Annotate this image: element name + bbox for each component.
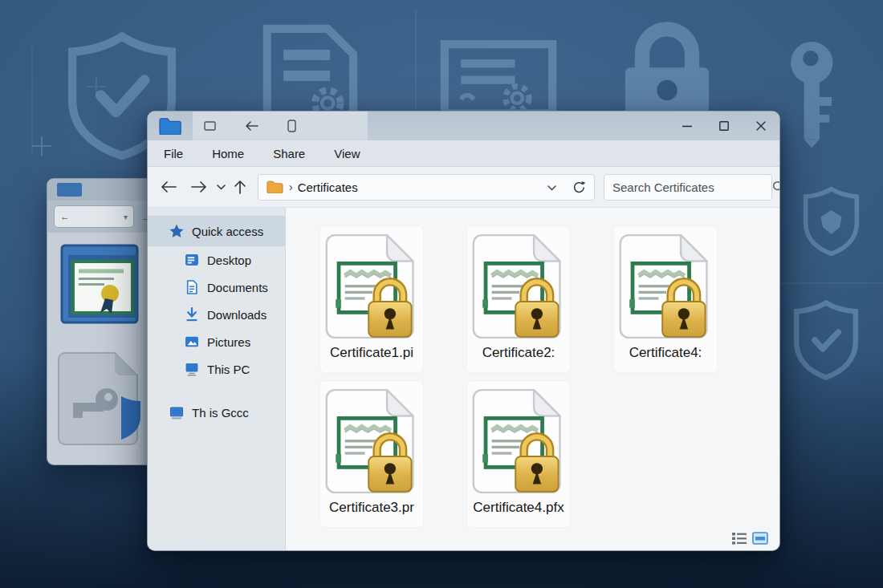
certificate-lock-file-icon — [323, 387, 421, 495]
thumbnail-view-icon[interactable] — [752, 532, 768, 545]
mock-window-titlebar — [47, 179, 153, 201]
search-input[interactable] — [612, 180, 772, 194]
download-icon — [185, 307, 199, 322]
address-bar[interactable]: › Certificates — [258, 174, 595, 201]
nav-back-icon[interactable] — [161, 180, 177, 193]
mock-key-document-icon — [54, 350, 144, 448]
sidebar-item-label: Quick access — [192, 225, 263, 238]
sidebar-item-label: Pictures — [207, 335, 250, 349]
shield-check-small-icon — [791, 298, 861, 382]
search-icon[interactable] — [772, 180, 780, 193]
certificate-lock-file-icon — [470, 233, 568, 340]
sidebar-item-label: Downloads — [207, 308, 267, 322]
file-label: Certificate3.pr — [329, 500, 414, 516]
key-icon — [783, 42, 845, 152]
desktop-icon — [185, 253, 199, 267]
sidebar-item-downloads[interactable]: Downloads — [148, 301, 285, 328]
file-label: Certificate2: — [482, 345, 555, 361]
menu-item-view[interactable]: View — [334, 147, 360, 160]
sidebar-item-th-is-gccc[interactable]: Th is Gccc — [148, 399, 285, 426]
back-arrow-icon[interactable] — [245, 120, 258, 132]
background-mock-window: ← ▾ → — [47, 178, 154, 465]
sidebar-item-pictures[interactable]: Pictures — [148, 328, 285, 355]
explorer-window: FileHomeShareView › Certificates — [147, 111, 780, 551]
certificate-card-icon — [440, 40, 557, 114]
window-controls — [669, 112, 779, 140]
file-certificate4[interactable]: Certificate4: — [613, 225, 718, 373]
sidebar-item-quick-access[interactable]: Quick access — [148, 216, 285, 246]
files-grid: Certificate1.pi — [319, 225, 769, 528]
menu-item-home[interactable]: Home — [212, 147, 244, 160]
restore-box-icon[interactable] — [204, 121, 216, 131]
background-grid-line — [415, 10, 417, 110]
menu-item-share[interactable]: Share — [273, 147, 305, 160]
file-certificate2[interactable]: Certificate2: — [466, 225, 571, 373]
navigation-toolbar: › Certificates — [148, 167, 779, 208]
view-toggles — [732, 532, 768, 545]
tab-pill-icon[interactable] — [287, 120, 296, 132]
folder-amber-icon — [267, 180, 283, 193]
breadcrumb-separator: › — [289, 180, 293, 193]
sidebar-item-label: Documents — [207, 281, 268, 294]
document-icon — [185, 280, 199, 294]
certificate-document-icon — [250, 24, 368, 117]
file-certificate4-pfx[interactable]: Certificate4.pfx — [466, 380, 571, 528]
sidebar-nav: Quick accessDesktopDocumentsDownloadsPic… — [148, 208, 286, 551]
sidebar-item-desktop[interactable]: Desktop — [148, 246, 285, 274]
address-dropdown-icon[interactable] — [547, 180, 556, 194]
file-certificate1-pi[interactable]: Certificate1.pi — [319, 225, 424, 373]
certificate-lock-file-icon — [616, 233, 714, 340]
star-icon — [169, 224, 184, 238]
file-label: Certificate1.pi — [330, 345, 413, 361]
file-label: Certificate4: — [629, 345, 702, 361]
nav-up-icon[interactable] — [234, 180, 246, 194]
file-label: Certificate4.pfx — [473, 500, 564, 516]
maximize-button[interactable] — [706, 112, 743, 140]
mock-window-toolbar: ← ▾ → — [47, 201, 153, 233]
picture-icon — [185, 335, 199, 349]
thispc-icon — [185, 362, 199, 376]
menu-item-file[interactable]: File — [164, 147, 183, 160]
sidebar-item-label: This PC — [207, 363, 250, 376]
mock-address-bar: ← ▾ — [54, 205, 134, 228]
window-titlebar[interactable] — [148, 112, 779, 140]
breadcrumb-location[interactable]: Certificates — [298, 180, 547, 194]
sidebar-item-documents[interactable]: Documents — [148, 274, 285, 301]
mock-folder-tab — [57, 183, 82, 197]
shield-badge-icon — [801, 183, 861, 260]
folder-icon — [159, 117, 181, 135]
sidebar-item-this-pc[interactable]: This PC — [148, 355, 285, 383]
certificate-lock-file-icon — [323, 233, 421, 340]
files-panel[interactable]: Certificate1.pi — [286, 208, 779, 551]
nav-forward-icon[interactable] — [191, 180, 207, 193]
menu-bar: FileHomeShareView — [148, 140, 779, 167]
window-content: Quick accessDesktopDocumentsDownloadsPic… — [148, 208, 779, 551]
minimize-button[interactable] — [669, 112, 706, 140]
certificate-lock-file-icon — [470, 387, 568, 495]
mock-certificate-thumbnail — [60, 244, 139, 330]
nav-history-chevron-icon[interactable] — [217, 185, 226, 190]
padlock-icon — [610, 14, 724, 114]
mock-back-arrow-icon: ← — [60, 211, 70, 222]
file-certificate3-pr[interactable]: Certificate3.pr — [319, 380, 424, 528]
background-cross-mark — [32, 136, 51, 156]
refresh-icon[interactable] — [572, 180, 586, 194]
sidebar-item-label: Desktop — [207, 253, 251, 267]
close-button[interactable] — [743, 112, 779, 140]
window-tab[interactable] — [193, 112, 368, 140]
mock-window-body — [47, 233, 153, 448]
computer-icon — [169, 405, 184, 420]
search-box[interactable] — [604, 174, 772, 201]
details-view-icon[interactable] — [732, 533, 747, 545]
mock-dropdown-icon: ▾ — [124, 213, 128, 221]
sidebar-item-label: Th is Gccc — [192, 406, 249, 420]
